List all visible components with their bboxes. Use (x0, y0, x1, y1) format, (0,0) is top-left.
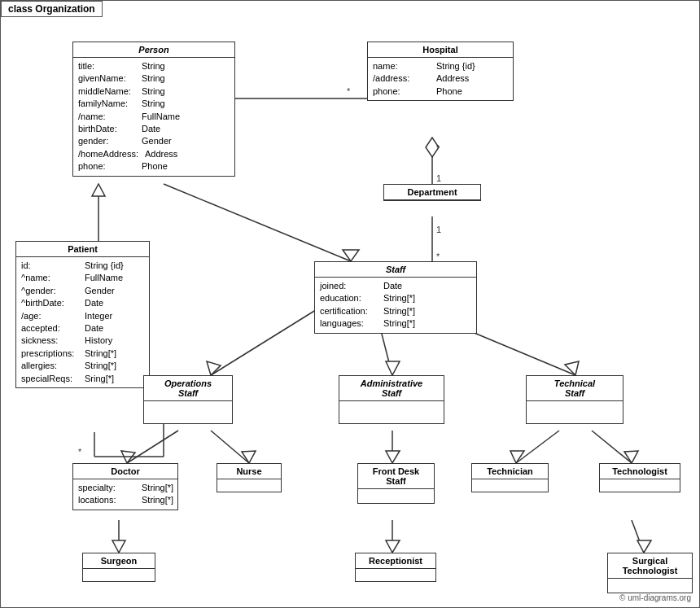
svg-marker-19 (565, 361, 579, 375)
svg-marker-35 (637, 540, 651, 553)
svg-text:*: * (436, 143, 440, 153)
svg-marker-23 (242, 451, 256, 463)
staff-title: Staff (315, 262, 476, 278)
surgical-technologist-title: Surgical Technologist (608, 553, 692, 579)
department-class: Department (383, 184, 481, 201)
person-attrs: title:String givenName:String middleName… (73, 58, 234, 176)
svg-line-12 (164, 184, 351, 261)
nurse-title: Nurse (217, 464, 281, 479)
technical-staff-title: Technical Staff (527, 376, 623, 401)
surgeon-title: Surgeon (83, 553, 155, 569)
svg-line-34 (632, 520, 644, 553)
patient-class: Patient id:String {id} ^name:FullName ^g… (15, 241, 150, 388)
svg-marker-33 (386, 540, 400, 553)
technical-staff-class: Technical Staff (526, 375, 623, 424)
copyright: © uml-diagrams.org (619, 593, 691, 602)
svg-marker-17 (386, 361, 400, 375)
front-desk-staff-title: Front Desk Staff (358, 464, 434, 489)
svg-marker-13 (343, 250, 359, 261)
svg-text:*: * (347, 86, 351, 96)
hospital-class: Hospital name:String {id} /address:Addre… (367, 42, 514, 101)
svg-marker-31 (112, 540, 125, 553)
person-class: Person title:String givenName:String mid… (72, 42, 235, 177)
patient-title: Patient (16, 242, 149, 257)
svg-marker-11 (92, 184, 105, 196)
svg-marker-29 (624, 451, 638, 463)
nurse-class: Nurse (217, 463, 282, 492)
technician-class: Technician (471, 463, 549, 492)
receptionist-class: Receptionist (355, 553, 436, 582)
svg-text:1: 1 (436, 225, 441, 234)
diagram-container: class Organization 1 * 1 * * * (0, 0, 700, 608)
surgeon-class: Surgeon (82, 553, 155, 582)
doctor-title: Doctor (73, 464, 177, 479)
svg-marker-27 (510, 451, 524, 463)
surgical-technologist-class: Surgical Technologist (607, 553, 693, 593)
diagram-title: class Organization (1, 1, 103, 17)
svg-line-28 (592, 431, 632, 463)
doctor-class: Doctor specialty:String[*] locations:Str… (72, 463, 178, 510)
hospital-title: Hospital (368, 42, 513, 58)
svg-text:*: * (436, 252, 440, 261)
staff-attrs: joined:Date education:String[*] certific… (315, 278, 476, 333)
technologist-class: Technologist (599, 463, 680, 492)
operations-staff-class: Operations Staff (143, 375, 233, 424)
technician-title: Technician (472, 464, 548, 479)
person-title: Person (73, 42, 234, 58)
svg-line-14 (211, 308, 318, 375)
technologist-title: Technologist (600, 464, 680, 479)
svg-line-26 (516, 431, 559, 463)
administrative-staff-class: Administrative Staff (339, 375, 444, 424)
front-desk-staff-class: Front Desk Staff (357, 463, 435, 504)
svg-text:*: * (78, 447, 82, 457)
svg-marker-1 (426, 138, 439, 157)
administrative-staff-title: Administrative Staff (339, 376, 444, 401)
receptionist-title: Receptionist (356, 553, 435, 569)
svg-marker-25 (386, 451, 400, 463)
svg-marker-21 (121, 451, 135, 463)
patient-attrs: id:String {id} ^name:FullName ^gender:Ge… (16, 257, 149, 387)
svg-text:1: 1 (436, 173, 441, 183)
svg-line-22 (211, 431, 249, 463)
hospital-attrs: name:String {id} /address:Address phone:… (368, 58, 513, 100)
operations-staff-title: Operations Staff (144, 376, 232, 401)
department-title: Department (384, 185, 480, 200)
staff-class: Staff joined:Date education:String[*] ce… (314, 261, 477, 334)
doctor-attrs: specialty:String[*] locations:String[*] (73, 479, 177, 510)
svg-marker-15 (207, 361, 221, 375)
svg-line-20 (127, 431, 178, 463)
